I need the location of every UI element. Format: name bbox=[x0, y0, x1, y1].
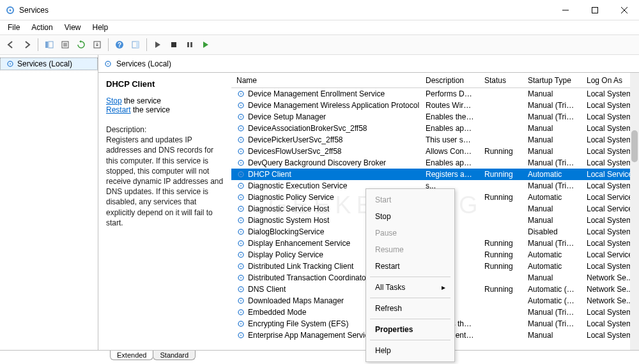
ctx-help[interactable]: Help bbox=[366, 342, 454, 359]
service-status: Running bbox=[479, 250, 523, 260]
table-row[interactable]: DevicesFlowUserSvc_2ff58Allows Conn...Ru… bbox=[231, 146, 639, 157]
tree-item-services-local[interactable]: Services (Local) bbox=[0, 57, 98, 70]
table-row[interactable]: Device Management Enrollment ServicePerf… bbox=[231, 88, 639, 100]
table-row[interactable]: DHCP ClientRegisters an...RunningAutomat… bbox=[231, 169, 639, 180]
tab-standard[interactable]: Standard bbox=[153, 351, 196, 360]
table-row[interactable]: Device Setup ManagerEnables the ...Manua… bbox=[231, 111, 639, 123]
ctx-restart[interactable]: Restart bbox=[366, 258, 454, 275]
stop-service-link[interactable]: Stop bbox=[106, 96, 122, 105]
window-title: Services bbox=[19, 6, 551, 15]
svg-point-37 bbox=[240, 162, 242, 163]
menu-action[interactable]: Action bbox=[26, 22, 58, 33]
gear-icon bbox=[236, 273, 245, 282]
tree-item-label: Services (Local) bbox=[17, 59, 72, 68]
ctx-refresh[interactable]: Refresh bbox=[366, 300, 454, 317]
service-startup-type: Manual (Trigg... bbox=[523, 307, 581, 317]
scrollbar[interactable] bbox=[630, 73, 639, 350]
service-description: Enables app... bbox=[420, 123, 479, 133]
menu-view[interactable]: View bbox=[59, 22, 86, 33]
service-startup-type: Manual (Trigg... bbox=[523, 319, 581, 329]
description-label: Description: bbox=[106, 125, 226, 135]
maximize-button[interactable] bbox=[580, 0, 610, 20]
service-status bbox=[479, 300, 523, 301]
minimize-button[interactable] bbox=[551, 0, 580, 20]
svg-point-35 bbox=[240, 151, 242, 152]
restart-service-link[interactable]: Restart bbox=[106, 105, 131, 114]
gear-icon bbox=[236, 296, 245, 305]
stop-service-button[interactable] bbox=[167, 38, 181, 52]
service-status bbox=[479, 323, 523, 324]
ctx-resume: Resume bbox=[366, 241, 454, 258]
gear-icon bbox=[236, 308, 245, 317]
service-status: Running bbox=[479, 261, 523, 271]
svg-rect-17 bbox=[171, 42, 176, 47]
service-name: Enterprise App Management Service bbox=[248, 331, 373, 340]
service-description: Allows Conn... bbox=[420, 146, 479, 156]
svg-text:?: ? bbox=[118, 42, 121, 49]
gear-icon bbox=[236, 204, 245, 213]
service-name: Encrypting File System (EFS) bbox=[248, 319, 348, 328]
table-row[interactable]: DevQuery Background Discovery BrokerEnab… bbox=[231, 157, 639, 169]
svg-point-27 bbox=[240, 105, 242, 106]
gear-icon bbox=[236, 216, 245, 225]
restart-service-button[interactable] bbox=[199, 38, 213, 52]
service-name: Distributed Transaction Coordinator bbox=[248, 273, 369, 282]
gear-icon bbox=[236, 193, 245, 202]
menu-help[interactable]: Help bbox=[88, 22, 114, 33]
service-startup-type: Automatic (Tri... bbox=[523, 284, 581, 294]
tab-extended[interactable]: Extended bbox=[110, 351, 153, 360]
properties-toolbar-button[interactable] bbox=[58, 38, 72, 52]
scrollbar-thumb[interactable] bbox=[631, 130, 638, 162]
svg-point-45 bbox=[240, 208, 242, 209]
service-startup-type: Manual (Trigg... bbox=[523, 181, 581, 191]
service-status bbox=[479, 231, 523, 232]
service-startup-type: Manual bbox=[523, 204, 581, 214]
service-startup-type: Manual bbox=[523, 89, 581, 99]
back-button[interactable] bbox=[4, 38, 18, 52]
table-row[interactable]: DeviceAssociationBrokerSvc_2ff58Enables … bbox=[231, 123, 639, 134]
help-button[interactable]: ? bbox=[112, 38, 127, 52]
service-startup-type: Manual bbox=[523, 146, 581, 156]
gear-icon bbox=[236, 89, 245, 98]
table-row[interactable]: DevicePickerUserSvc_2ff58This user ser..… bbox=[231, 134, 639, 146]
app-icon bbox=[5, 5, 15, 15]
forward-button[interactable] bbox=[20, 38, 34, 52]
svg-rect-16 bbox=[136, 42, 139, 48]
gear-icon bbox=[236, 250, 245, 259]
service-startup-type: Manual bbox=[523, 123, 581, 133]
svg-point-59 bbox=[240, 289, 242, 290]
column-description[interactable]: Description bbox=[420, 74, 479, 87]
pane-header-label: Services (Local) bbox=[116, 59, 171, 68]
table-row[interactable]: Device Management Wireless Application P… bbox=[231, 100, 639, 111]
gear-icon bbox=[236, 147, 245, 156]
action-pane-button[interactable] bbox=[128, 38, 142, 52]
pause-service-button[interactable] bbox=[183, 38, 197, 52]
gear-icon bbox=[236, 262, 245, 271]
service-status: Running bbox=[479, 169, 523, 179]
gear-icon bbox=[236, 285, 245, 294]
service-status: Running bbox=[479, 238, 523, 248]
export-button[interactable] bbox=[90, 38, 104, 52]
svg-point-61 bbox=[240, 300, 242, 301]
column-startup-type[interactable]: Startup Type bbox=[523, 74, 581, 87]
gear-icon bbox=[236, 239, 245, 248]
ctx-properties[interactable]: Properties bbox=[366, 321, 454, 338]
column-name[interactable]: Name bbox=[231, 74, 420, 87]
service-status bbox=[479, 105, 523, 106]
svg-point-63 bbox=[240, 312, 242, 313]
refresh-button[interactable] bbox=[74, 38, 88, 52]
show-hide-tree-button[interactable] bbox=[42, 38, 56, 52]
menu-file[interactable]: File bbox=[3, 22, 25, 33]
service-status bbox=[479, 220, 523, 221]
ctx-all-tasks[interactable]: All Tasks▸ bbox=[366, 279, 454, 296]
service-status bbox=[479, 128, 523, 129]
start-service-button[interactable] bbox=[151, 38, 165, 52]
svg-point-65 bbox=[240, 323, 242, 324]
service-name: Diagnostic Execution Service bbox=[248, 181, 347, 190]
svg-point-43 bbox=[240, 197, 242, 198]
svg-point-21 bbox=[10, 63, 11, 64]
tab-strip: Extended Standard bbox=[0, 350, 639, 364]
ctx-stop[interactable]: Stop bbox=[366, 208, 454, 225]
column-status[interactable]: Status bbox=[479, 74, 523, 87]
close-button[interactable] bbox=[610, 0, 639, 20]
